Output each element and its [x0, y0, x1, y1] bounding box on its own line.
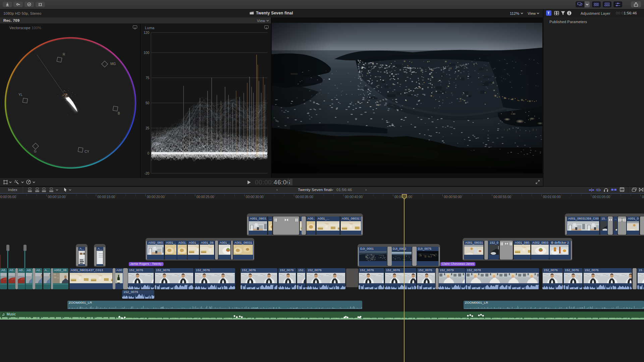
- svg-text:0: 0: [147, 152, 149, 155]
- svg-text:00:00:05:00: 00:00:05:00: [0, 195, 16, 199]
- svg-text:00:00:20:00: 00:00:20:00: [147, 195, 165, 199]
- svg-text:100: 100: [144, 51, 149, 55]
- svg-text:R: R: [63, 53, 65, 56]
- svg-text:00:00:50:00: 00:00:50:00: [444, 195, 462, 199]
- svg-text:00:00:30:00: 00:00:30:00: [246, 195, 264, 199]
- svg-text:00:00:25:00: 00:00:25:00: [197, 195, 214, 199]
- svg-text:00:01:00:00: 00:01:00:00: [543, 195, 561, 199]
- svg-text:00:01:05:00: 00:01:05:00: [592, 195, 610, 199]
- svg-text:75: 75: [146, 76, 150, 80]
- svg-text:00:00:40:00: 00:00:40:00: [345, 195, 363, 199]
- svg-text:00:00:15:00: 00:00:15:00: [97, 195, 115, 199]
- svg-text:YL: YL: [18, 93, 23, 97]
- svg-text:-20: -20: [145, 172, 150, 175]
- svg-text:MG: MG: [110, 62, 116, 66]
- svg-text:00:00:10:00: 00:00:10:00: [48, 195, 66, 199]
- svg-text:00:00:35:00: 00:00:35:00: [296, 195, 313, 199]
- svg-text:120: 120: [144, 31, 149, 35]
- svg-text:50: 50: [146, 101, 150, 105]
- svg-text:00:00:55:00: 00:00:55:00: [493, 195, 511, 199]
- svg-text:CY: CY: [85, 150, 89, 154]
- svg-text:B: B: [118, 112, 120, 115]
- svg-text:25: 25: [146, 126, 150, 130]
- svg-text:00:01:10:00: 00:01:10:00: [642, 195, 644, 199]
- svg-text:G: G: [34, 149, 37, 153]
